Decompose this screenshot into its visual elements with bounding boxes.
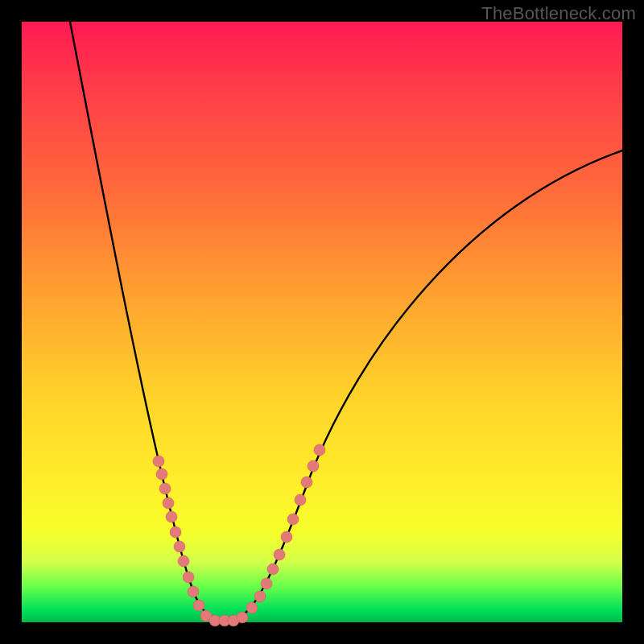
plot-area — [22, 22, 622, 622]
data-point — [254, 591, 266, 602]
curve-layer — [22, 22, 622, 622]
bottleneck-curve — [70, 22, 622, 621]
watermark-text: TheBottleneck.com — [481, 3, 636, 24]
data-point — [170, 526, 181, 538]
data-point — [246, 602, 258, 613]
data-point — [163, 497, 174, 509]
data-point — [193, 600, 204, 611]
data-point — [295, 494, 306, 506]
data-point — [188, 586, 199, 597]
data-point — [261, 578, 272, 589]
data-point — [159, 483, 171, 494]
data-point — [174, 541, 185, 552]
data-point — [267, 564, 279, 575]
data-point — [287, 514, 299, 525]
chart-container: TheBottleneck.com — [0, 0, 644, 644]
data-point — [166, 511, 177, 522]
data-point — [153, 456, 164, 467]
data-point — [237, 612, 248, 623]
data-point — [301, 477, 312, 488]
data-point — [281, 531, 292, 543]
data-point — [178, 555, 189, 567]
data-points — [153, 444, 325, 626]
data-point — [314, 444, 325, 456]
data-point — [308, 460, 319, 472]
data-point — [274, 549, 285, 560]
data-point — [156, 469, 167, 480]
data-point — [183, 572, 194, 583]
